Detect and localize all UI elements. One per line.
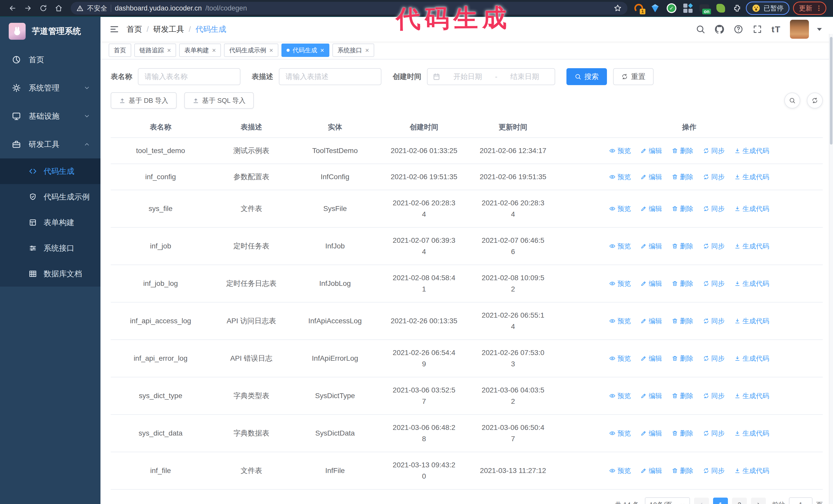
action-sync-link[interactable]: 同步 bbox=[703, 278, 724, 289]
tag-close-icon[interactable]: × bbox=[365, 47, 369, 54]
sidebar-subitem[interactable]: 数据库文档 bbox=[0, 261, 100, 287]
action-download-link[interactable]: 生成代码 bbox=[734, 428, 769, 439]
github-icon[interactable] bbox=[715, 24, 724, 34]
breadcrumb-item[interactable]: 首页 bbox=[127, 24, 142, 34]
next-page-button[interactable] bbox=[751, 498, 766, 504]
goto-page-input[interactable] bbox=[789, 497, 812, 504]
tag-item[interactable]: 首页 bbox=[109, 44, 131, 57]
action-eye-link[interactable]: 预览 bbox=[609, 240, 631, 252]
action-delete-link[interactable]: 删除 bbox=[672, 390, 693, 402]
action-eye-link[interactable]: 预览 bbox=[609, 278, 631, 289]
action-sync-link[interactable]: 同步 bbox=[703, 240, 724, 252]
action-eye-link[interactable]: 预览 bbox=[609, 145, 631, 157]
tag-close-icon[interactable]: × bbox=[320, 47, 324, 54]
action-eye-link[interactable]: 预览 bbox=[609, 203, 631, 214]
action-edit-link[interactable]: 编辑 bbox=[641, 465, 662, 476]
font-size-icon[interactable]: tT bbox=[771, 24, 781, 34]
paused-badge[interactable]: 已暂停 bbox=[746, 2, 789, 15]
extension-check-icon[interactable]: ✓ bbox=[666, 3, 677, 13]
kebab-menu-icon[interactable] bbox=[815, 5, 823, 12]
sidebar-subitem[interactable]: 表单构建 bbox=[0, 210, 100, 235]
action-sync-link[interactable]: 同步 bbox=[703, 145, 724, 157]
tag-item[interactable]: 代码生成示例× bbox=[224, 44, 278, 57]
url-bar[interactable]: 不安全 dashboard.yudao.iocoder.cn/tool/code… bbox=[71, 2, 627, 15]
page-button-2[interactable]: 2 bbox=[732, 498, 747, 504]
tag-item[interactable]: 链路追踪× bbox=[134, 44, 176, 57]
tag-item[interactable]: 系统接口× bbox=[332, 44, 374, 57]
action-download-link[interactable]: 生成代码 bbox=[734, 353, 769, 364]
extension-puzzle-icon[interactable] bbox=[732, 3, 742, 13]
reset-button[interactable]: 重置 bbox=[613, 68, 653, 85]
search-icon[interactable] bbox=[696, 24, 705, 34]
action-sync-link[interactable]: 同步 bbox=[703, 171, 724, 183]
action-download-link[interactable]: 生成代码 bbox=[734, 315, 769, 327]
extension-green-icon[interactable] bbox=[716, 3, 726, 13]
refresh-table-button[interactable] bbox=[807, 93, 823, 109]
sidebar-item[interactable]: 研发工具 bbox=[0, 130, 100, 159]
prev-page-button[interactable] bbox=[694, 498, 709, 504]
action-download-link[interactable]: 生成代码 bbox=[734, 203, 769, 214]
avatar[interactable] bbox=[790, 20, 809, 39]
extension-grid-icon[interactable] bbox=[683, 3, 693, 13]
home-icon[interactable] bbox=[53, 2, 65, 14]
action-edit-link[interactable]: 编辑 bbox=[641, 278, 662, 289]
action-eye-link[interactable]: 预览 bbox=[609, 428, 631, 439]
action-edit-link[interactable]: 编辑 bbox=[641, 203, 662, 214]
action-eye-link[interactable]: 预览 bbox=[609, 353, 631, 364]
action-download-link[interactable]: 生成代码 bbox=[734, 278, 769, 289]
table-desc-input[interactable] bbox=[279, 68, 381, 85]
extension-on-icon[interactable]: on bbox=[699, 3, 710, 13]
breadcrumb-item[interactable]: 研发工具 bbox=[153, 24, 184, 34]
action-sync-link[interactable]: 同步 bbox=[703, 353, 724, 364]
import-db-button[interactable]: 基于 DB 导入 bbox=[111, 92, 176, 109]
forward-icon[interactable] bbox=[22, 2, 34, 14]
reload-icon[interactable] bbox=[38, 2, 49, 14]
sidebar-subitem[interactable]: 代码生成示例 bbox=[0, 184, 100, 210]
action-edit-link[interactable]: 编辑 bbox=[641, 390, 662, 402]
tag-item[interactable]: 表单构建× bbox=[179, 44, 221, 57]
action-delete-link[interactable]: 删除 bbox=[672, 145, 693, 157]
action-delete-link[interactable]: 删除 bbox=[672, 315, 693, 327]
action-sync-link[interactable]: 同步 bbox=[703, 465, 724, 476]
action-edit-link[interactable]: 编辑 bbox=[641, 353, 662, 364]
action-edit-link[interactable]: 编辑 bbox=[641, 428, 662, 439]
search-button[interactable]: 搜索 bbox=[567, 68, 607, 85]
scrollbar-thumb[interactable] bbox=[830, 37, 832, 145]
back-icon[interactable] bbox=[7, 2, 19, 14]
sidebar-item[interactable]: 基础设施 bbox=[0, 102, 100, 130]
avatar-caret-icon[interactable] bbox=[814, 24, 824, 34]
action-sync-link[interactable]: 同步 bbox=[703, 390, 724, 402]
page-size-select[interactable]: 10条/页 bbox=[645, 497, 690, 504]
import-sql-button[interactable]: 基于 SQL 导入 bbox=[184, 92, 254, 109]
action-eye-link[interactable]: 预览 bbox=[609, 465, 631, 476]
sidebar-subitem[interactable]: 系统接口 bbox=[0, 235, 100, 261]
update-button[interactable]: 更新 bbox=[793, 2, 826, 15]
tag-active[interactable]: 代码生成× bbox=[281, 44, 329, 57]
page-button-1[interactable]: 1 bbox=[713, 498, 728, 504]
sidebar-item[interactable]: 首页 bbox=[0, 46, 100, 74]
action-delete-link[interactable]: 删除 bbox=[672, 240, 693, 252]
action-edit-link[interactable]: 编辑 bbox=[641, 240, 662, 252]
tag-close-icon[interactable]: × bbox=[167, 47, 171, 54]
action-sync-link[interactable]: 同步 bbox=[703, 203, 724, 214]
bookmark-star-icon[interactable] bbox=[614, 4, 622, 12]
action-edit-link[interactable]: 编辑 bbox=[641, 315, 662, 327]
action-delete-link[interactable]: 删除 bbox=[672, 428, 693, 439]
page-scrollbar[interactable] bbox=[829, 34, 833, 504]
docs-help-icon[interactable] bbox=[734, 24, 743, 34]
action-edit-link[interactable]: 编辑 bbox=[641, 145, 662, 157]
extension-gem-icon[interactable] bbox=[650, 3, 660, 13]
breadcrumb-item[interactable]: 代码生成 bbox=[195, 24, 226, 34]
action-delete-link[interactable]: 删除 bbox=[672, 465, 693, 476]
tag-close-icon[interactable]: × bbox=[269, 47, 273, 54]
action-eye-link[interactable]: 预览 bbox=[609, 171, 631, 183]
table-name-input[interactable] bbox=[138, 68, 240, 85]
toggle-search-button[interactable] bbox=[784, 93, 800, 109]
action-sync-link[interactable]: 同步 bbox=[703, 315, 724, 327]
action-delete-link[interactable]: 删除 bbox=[672, 278, 693, 289]
extension-orange-icon[interactable]: 1 bbox=[634, 3, 644, 13]
tag-close-icon[interactable]: × bbox=[212, 47, 216, 54]
action-download-link[interactable]: 生成代码 bbox=[734, 171, 769, 183]
action-delete-link[interactable]: 删除 bbox=[672, 353, 693, 364]
action-edit-link[interactable]: 编辑 bbox=[641, 171, 662, 183]
